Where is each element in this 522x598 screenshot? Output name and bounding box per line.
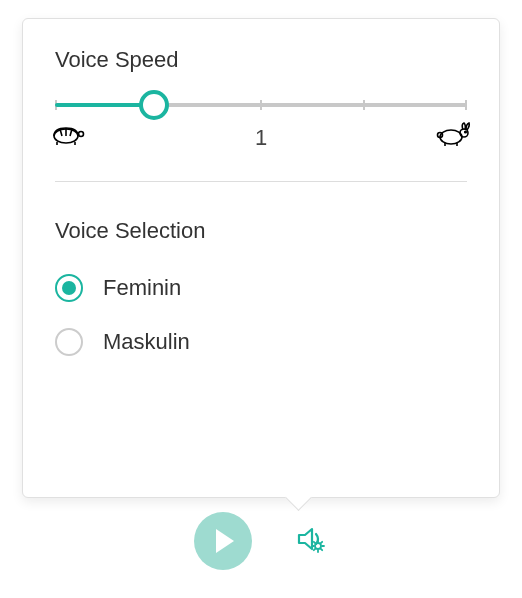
play-icon bbox=[216, 529, 234, 553]
radio-dot bbox=[62, 281, 76, 295]
radio-option-maskulin[interactable]: Maskulin bbox=[55, 328, 467, 356]
voice-selection-title: Voice Selection bbox=[55, 218, 467, 244]
radio-circle bbox=[55, 274, 83, 302]
voice-settings-button[interactable] bbox=[294, 522, 328, 560]
radio-circle bbox=[55, 328, 83, 356]
speaker-gear-icon bbox=[294, 522, 328, 556]
voice-speed-title: Voice Speed bbox=[55, 47, 467, 73]
voice-speed-value: 1 bbox=[255, 125, 267, 151]
svg-point-2 bbox=[440, 130, 462, 144]
svg-point-3 bbox=[460, 129, 468, 137]
voice-speed-slider[interactable] bbox=[55, 103, 467, 107]
divider bbox=[55, 181, 467, 182]
svg-point-5 bbox=[465, 131, 467, 133]
slider-track bbox=[55, 103, 467, 107]
bottom-toolbar bbox=[0, 512, 522, 570]
slider-thumb[interactable] bbox=[139, 90, 169, 120]
voice-settings-panel: Voice Speed 1 bbox=[22, 18, 500, 498]
radio-label: Feminin bbox=[103, 275, 181, 301]
radio-option-feminin[interactable]: Feminin bbox=[55, 274, 467, 302]
radio-label: Maskulin bbox=[103, 329, 190, 355]
svg-point-6 bbox=[315, 543, 321, 549]
play-button[interactable] bbox=[194, 512, 252, 570]
voice-selection-group: Feminin Maskulin bbox=[55, 274, 467, 356]
rabbit-icon bbox=[433, 121, 473, 151]
turtle-icon bbox=[49, 121, 85, 151]
svg-point-1 bbox=[79, 132, 84, 137]
